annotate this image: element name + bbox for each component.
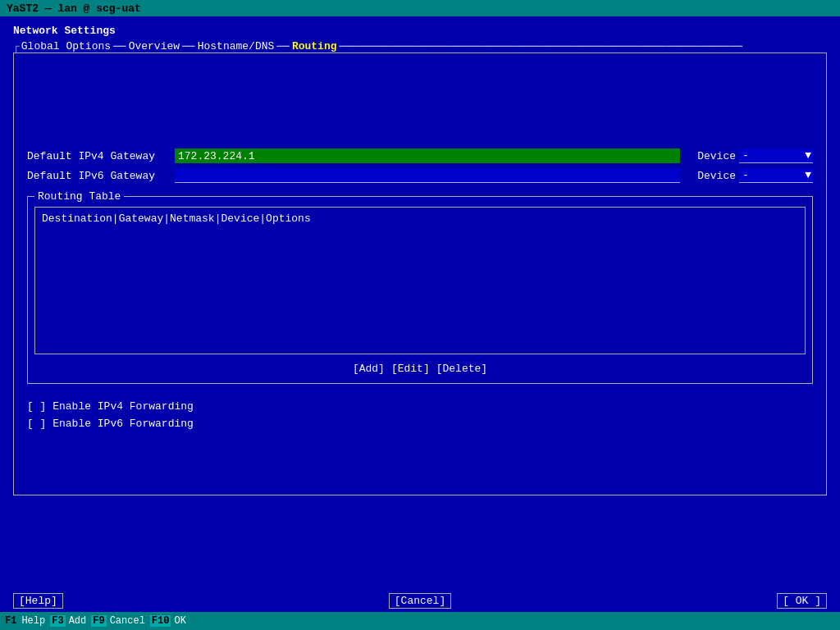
routing-table-legend: Routing Table xyxy=(34,190,124,203)
tab-overview[interactable]: Overview xyxy=(127,40,181,52)
ipv6-gateway-input[interactable] xyxy=(175,168,680,183)
tab-sep-3: ── xyxy=(276,40,290,52)
fkey-f1-num: F1 xyxy=(3,615,18,627)
tab-global-options[interactable]: Global Options xyxy=(20,40,112,52)
routing-table-section: Routing Table Destination|Gateway|Netmas… xyxy=(27,196,813,384)
action-buttons: [Add] [Edit] [Delete] xyxy=(34,361,806,377)
ipv6-gateway-label: Default IPv6 Gateway xyxy=(27,170,175,182)
help-button[interactable]: [Help] xyxy=(13,593,63,609)
cancel-button[interactable]: [Cancel] xyxy=(389,593,451,609)
fkey-f9-label: Cancel xyxy=(107,615,148,627)
tab-nav: ┌ Global Options ── Overview ── Hostname… xyxy=(13,40,827,52)
fkey-f9[interactable]: F9 Cancel xyxy=(91,612,148,630)
col-options: Options xyxy=(266,212,311,225)
delete-button[interactable]: [Delete] xyxy=(433,361,491,377)
routing-table-inner[interactable]: Destination|Gateway|Netmask|Device|Optio… xyxy=(34,207,806,354)
ipv4-forwarding-label[interactable]: [ ] Enable IPv4 Forwarding xyxy=(27,400,194,413)
ipv4-dropdown-arrow: ▼ xyxy=(805,149,811,162)
ipv6-device-value[interactable]: - ▼ xyxy=(739,168,813,183)
ipv6-dropdown-arrow: ▼ xyxy=(805,169,811,181)
ok-button[interactable]: [ OK ] xyxy=(777,593,827,609)
fkey-f9-num: F9 xyxy=(91,615,106,627)
title-text: YaST2 — lan @ scg-uat xyxy=(7,2,141,15)
col-sep-2: | xyxy=(163,212,170,225)
fkey-bar: F1 Help F3 Add F9 Cancel F10 OK xyxy=(0,612,840,630)
ipv6-device-text: - xyxy=(742,169,749,181)
ipv4-gateway-section: Default IPv4 Gateway Device - ▼ Default … xyxy=(27,148,813,183)
fkey-f3[interactable]: F3 Add xyxy=(50,612,89,630)
forwarding-section: [ ] Enable IPv4 Forwarding [ ] Enable IP… xyxy=(27,400,813,430)
col-netmask: Netmask xyxy=(170,212,215,225)
tab-routing[interactable]: Routing xyxy=(290,40,339,52)
col-gateway: Gateway xyxy=(119,212,164,225)
status-bar: [Help] [Cancel] [ OK ] xyxy=(0,593,840,609)
ipv4-device-text: - xyxy=(742,149,749,162)
ipv6-forwarding-row: [ ] Enable IPv6 Forwarding xyxy=(27,418,813,430)
routing-table-header: Destination|Gateway|Netmask|Device|Optio… xyxy=(39,211,801,226)
ipv6-forwarding-label[interactable]: [ ] Enable IPv6 Forwarding xyxy=(27,418,194,430)
ipv4-gateway-input[interactable] xyxy=(175,148,680,163)
col-device: Device xyxy=(221,212,259,225)
fkey-f10-label: OK xyxy=(171,615,189,627)
ipv4-gateway-label: Default IPv4 Gateway xyxy=(27,150,175,162)
add-button[interactable]: [Add] xyxy=(349,361,388,377)
fkey-f1-label: Help xyxy=(18,615,48,627)
fkey-f3-label: Add xyxy=(66,615,90,627)
ipv4-device-value[interactable]: - ▼ xyxy=(739,148,813,163)
ipv6-device-label: Device xyxy=(687,170,736,182)
fkey-f3-num: F3 xyxy=(50,615,65,627)
col-sep-1: | xyxy=(112,212,119,225)
col-sep-4: | xyxy=(259,212,266,225)
tab-sep-4: ────────────────────────────────────────… xyxy=(340,40,742,52)
tab-hostname-dns[interactable]: Hostname/DNS xyxy=(196,40,276,52)
fkey-f1[interactable]: F1 Help xyxy=(3,612,48,630)
ipv4-device-label: Device xyxy=(687,150,736,162)
tab-sep-1: ── xyxy=(113,40,126,52)
tab-sep-2: ── xyxy=(182,40,195,52)
col-destination: Destination xyxy=(42,212,112,225)
main-area: Network Settings ┌ Global Options ── Ove… xyxy=(0,16,840,504)
title-bar: YaST2 — lan @ scg-uat xyxy=(0,0,840,16)
content-box: Default IPv4 Gateway Device - ▼ Default … xyxy=(13,52,827,495)
edit-button[interactable]: [Edit] xyxy=(388,361,433,377)
ipv4-forwarding-row: [ ] Enable IPv4 Forwarding xyxy=(27,400,813,413)
fkey-f10[interactable]: F10 OK xyxy=(150,612,189,630)
fkey-f10-num: F10 xyxy=(150,615,171,627)
network-settings-title: Network Settings xyxy=(13,25,827,37)
